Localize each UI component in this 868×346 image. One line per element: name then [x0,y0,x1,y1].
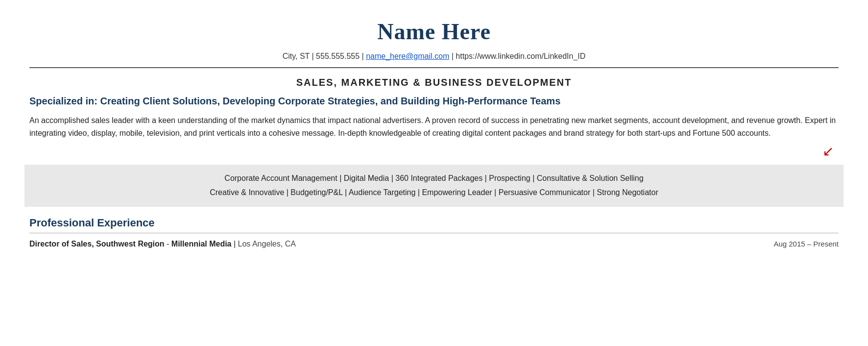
contact-text: City, ST | 555.555.555 | [283,52,364,60]
resume-container: Name Here City, ST | 555.555.555 | name_… [29,15,839,250]
job-title: Director of Sales, Southwest Region [29,240,165,248]
sales-section-title: SALES, MARKETING & BUSINESS DEVELOPMENT [29,75,839,90]
job-company: Millennial Media [171,240,232,248]
job-details: Director of Sales, Southwest Region - Mi… [29,238,296,250]
skills-section: Corporate Account Management | Digital M… [24,165,844,207]
header-divider [29,67,839,68]
arrow-icon: ↙ [822,144,834,159]
professional-experience-section: Professional Experience [29,215,839,233]
email-link[interactable]: name_here@gmail.com [366,52,449,60]
contact-after-email: | https://www.linkedin.com/LinkedIn_ID [452,52,586,60]
skills-row-2: Creative & Innovative | Budgeting/P&L | … [44,186,824,200]
contact-line: City, ST | 555.555.555 | name_here@gmail… [29,50,839,62]
job-dash: - [165,240,171,248]
specialization-tagline: Specialized in: Creating Client Solution… [29,95,839,107]
job-separator: | [232,240,238,248]
summary-paragraph: An accomplished sales leader with a keen… [29,114,839,139]
arrow-annotation: ↙ [29,141,839,162]
candidate-name: Name Here [29,15,839,49]
job-entry: Director of Sales, Southwest Region - Mi… [29,238,839,250]
header-section: Name Here City, ST | 555.555.555 | name_… [29,15,839,62]
job-location: Los Angeles, CA [238,240,296,248]
professional-experience-title: Professional Experience [29,217,155,229]
skills-row-1: Corporate Account Management | Digital M… [44,172,824,186]
job-date: Aug 2015 – Present [773,239,839,250]
